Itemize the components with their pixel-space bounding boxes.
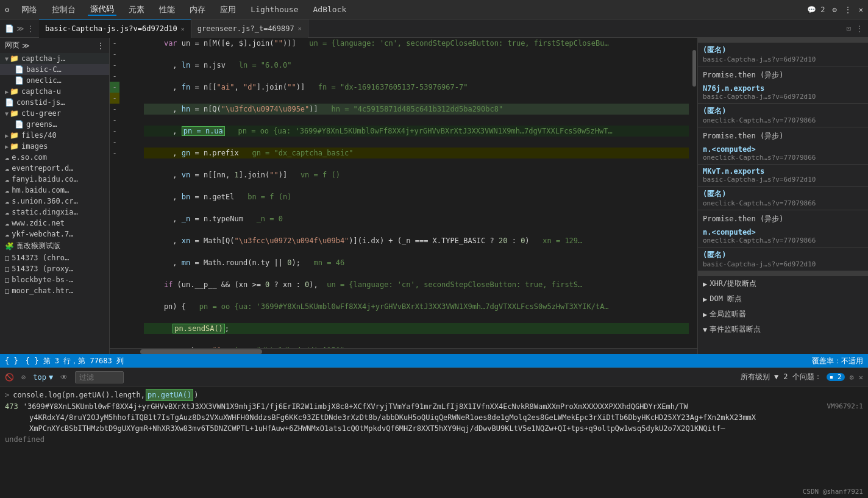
console-highlight-getua: pn.getUA() (146, 389, 193, 401)
sidebar-item-ctu-greer[interactable]: ▼ 📁 ctu-greer (0, 108, 109, 119)
global-listeners[interactable]: ▶ 全局监听器 (698, 307, 868, 322)
chat-badge[interactable]: 💬 💬 22 (807, 5, 825, 14)
tab-label-2: greenseer.js?_t=469897 (197, 24, 294, 33)
cloud-icon: ☁ (5, 230, 9, 238)
devtools-icon: ⚙ (5, 5, 9, 14)
sidebar-item-captcha-j[interactable]: ▼ 📁 captcha-j… (0, 53, 109, 64)
tab-close-1[interactable]: ✕ (181, 26, 185, 32)
tab-basic-captcha[interactable]: basic-Captcha-js.js?v=6d972d10 ✕ (39, 20, 191, 38)
sidebar-item-sunion[interactable]: ☁ s.union.360.cr… (0, 196, 109, 207)
right-panel-scrollbar-h[interactable] (698, 271, 868, 276)
menu-network[interactable]: 网络 (19, 4, 40, 15)
callstack-item-8[interactable]: (匿名) basic-Captcha-j…s?v=6d972d10 (698, 247, 868, 271)
tab-more[interactable]: ⋮ (856, 24, 863, 33)
nav-expand[interactable]: ≫ (16, 24, 24, 33)
callstack-item-7[interactable]: n.<computed> oneclick-Captch…s?v=7707986… (698, 226, 868, 247)
arrow-down-icon: ▼ (5, 110, 9, 117)
menu-adblock[interactable]: AdBlock (311, 5, 349, 14)
sidebar-item-moor[interactable]: □ moor_chat.htr… (0, 285, 109, 296)
callstack-item-2[interactable]: N76j.n.exports basic-Captcha-j…s?v=6d972… (698, 82, 868, 104)
settings-icon[interactable]: ⚙ (833, 5, 837, 14)
sidebar-label-514373p: 514373 (proxy… (12, 265, 73, 273)
sidebar-item-files40[interactable]: ▶ 📁 files/40 (0, 130, 109, 141)
sidebar-item-static[interactable]: ☁ static.dingxia… (0, 207, 109, 218)
console-top-selector[interactable]: top ▼ (33, 373, 53, 382)
cloud-icon: ☁ (5, 153, 9, 162)
xhr-breakpoints[interactable]: ▶ XHR/提取断点 (698, 276, 868, 291)
arrow-right-icon: ▶ (703, 280, 707, 288)
callstack-item-3[interactable]: (匿名) oneclick-Captch…s?v=77079866 (698, 104, 868, 127)
sidebar-item-fanyi[interactable]: ☁ fanyi.baidu.co… (0, 174, 109, 185)
sidebar-item-514373-chro[interactable]: □ 514373 (chro… (0, 252, 109, 263)
sidebar-label-captcha-u: captcha-u (21, 87, 61, 96)
tab-greenseer[interactable]: greenseer.js?_t=469897 ✕ (191, 20, 308, 38)
log-level-selector[interactable]: 所有级别 ▼ (741, 372, 778, 382)
console-filter-input[interactable] (75, 371, 124, 383)
dom-breakpoints[interactable]: ▶ DOM 断点 (698, 291, 868, 307)
nav-more[interactable]: ⋮ (27, 24, 34, 33)
sidebar-item-hm[interactable]: ☁ hm.baidu.com… (0, 185, 109, 196)
sidebar-item-eso[interactable]: ☁ e.so.com (0, 152, 109, 163)
extension-icon: 🧩 (5, 242, 14, 251)
sidebar-item-greens[interactable]: 📄 greens… (0, 119, 109, 130)
console-eye-icon[interactable]: 👁 (60, 373, 68, 382)
console-content: > console.log(pn.getUA().length, pn.getU… (0, 386, 868, 447)
sidebar-item-blockbyte[interactable]: □ blockbyte-bs-… (0, 274, 109, 285)
sidebar-item-constid[interactable]: 📄 constid-js… (0, 97, 109, 108)
sidebar-item-basic-c[interactable]: 📄 basic-C… (0, 64, 109, 75)
sidebar-label-oneclic: oneclic… (26, 76, 62, 85)
callstack-item-1[interactable]: (匿名) basic-Captcha-j…s?v=6d972d10 (698, 43, 868, 66)
sidebar-item-zdic[interactable]: ☁ www.zdic.net (0, 218, 109, 229)
menu-memory[interactable]: 内存 (187, 4, 208, 15)
sidebar-label: 网页 (5, 40, 20, 51)
status-bar: { } { } 第 3 行，第 77683 列 覆盖率：不适用 (0, 354, 868, 368)
sidebar-item-ykf[interactable]: ☁ ykf-webchat.7… (0, 229, 109, 240)
console-source-1[interactable]: VM96792:1 (827, 401, 863, 412)
prompt-icon: > (5, 390, 9, 400)
menu-lighthouse[interactable]: Lighthouse (248, 5, 301, 14)
editor-scrollbar[interactable] (689, 38, 697, 348)
callstack-item-5[interactable]: MKvT.n.exports basic-Captcha-j…s?v=6d972… (698, 165, 868, 187)
sidebar-more[interactable]: ⋮ (97, 41, 104, 50)
horizontal-scrollbar[interactable] (110, 348, 697, 354)
sidebar-item-tamper[interactable]: 🧩 蓖改猴测试版 (0, 240, 109, 252)
tab-close-2[interactable]: ✕ (298, 25, 302, 32)
menu-elements[interactable]: 元素 (126, 4, 147, 15)
line-numbers (119, 38, 144, 348)
cloud-icon: ☁ (5, 208, 9, 216)
folder-icon: 📁 (10, 142, 19, 151)
console-close-icon[interactable]: ✕ (859, 373, 863, 382)
more-icon[interactable]: ⋮ (844, 5, 852, 14)
menu-performance[interactable]: 性能 (157, 4, 177, 15)
status-brackets-icon: { } (5, 357, 18, 365)
arrow-right-icon: ▶ (5, 132, 9, 139)
console-settings-icon[interactable]: ⚙ (850, 373, 854, 382)
file-icon: 📄 (15, 120, 24, 129)
sidebar-item-captcha-u[interactable]: ▶ 📁 captcha-u (0, 86, 109, 97)
menu-sources[interactable]: 源代码 (88, 4, 116, 16)
sidebar-expand[interactable]: ≫ (22, 41, 30, 50)
csdn-watermark: CSDN @shanf7921 (803, 488, 863, 496)
sidebar-item-514373-proxy[interactable]: □ 514373 (proxy… (0, 263, 109, 274)
dom-label: DOM 断点 (710, 294, 742, 304)
callstack-item-4[interactable]: n.<computed> oneclick-Captch…s?v=7707986… (698, 143, 868, 165)
tab-icon: □ (5, 265, 9, 273)
sidebar-item-eventreport[interactable]: ☁ eventreport.d… (0, 163, 109, 174)
code-editor[interactable]: var un = n[M([e, $].join(""))] un = {lan… (144, 38, 689, 348)
sidebar-item-oneclic[interactable]: 📄 oneclic… (0, 75, 109, 86)
global-label: 全局监听器 (710, 309, 746, 319)
console-output-text-1: '3699#Y8XnL5KUmbl0wFf8XX4j+yrGHVvBXrXtJ3… (23, 401, 822, 412)
sidebar-label-captcha-j: captcha-j… (21, 54, 65, 63)
console-filter-icon[interactable]: ⊘ (21, 373, 26, 382)
tab-sidebar-toggle[interactable]: ⊡ (847, 24, 851, 33)
console-clear-icon[interactable]: 🚫 (5, 373, 14, 382)
menu-console[interactable]: 控制台 (49, 4, 78, 15)
close-icon[interactable]: ✕ (859, 5, 863, 14)
event-listeners[interactable]: ▼ 事件监听器断点 (698, 322, 868, 337)
sidebar-label-hm: hm.baidu.com… (12, 186, 69, 194)
menu-application[interactable]: 应用 (218, 4, 238, 15)
sidebar-item-images[interactable]: ▶ 📁 images (0, 141, 109, 152)
folder-icon: 📁 (10, 54, 19, 63)
right-panel-scrollbar-top[interactable] (698, 38, 868, 43)
callstack-item-6[interactable]: (匿名) oneclick-Captch…s?v=77079866 (698, 187, 868, 210)
